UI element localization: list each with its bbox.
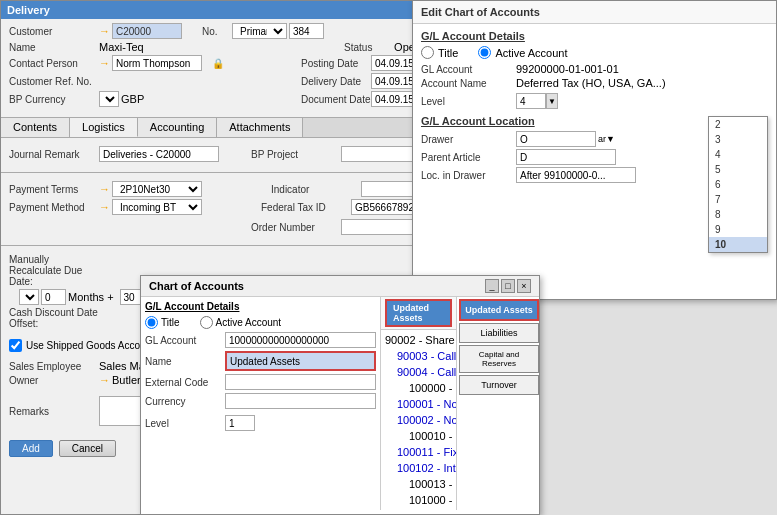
chart-gl-details-title: G/L Account Details [145, 301, 376, 312]
delivery-date-label: Delivery Date [301, 76, 371, 87]
account-tree-item[interactable]: 90004 - Called Up [385, 364, 452, 380]
active-account-radio[interactable] [478, 46, 491, 59]
level-label: Level [421, 96, 516, 107]
updated-assets-tree-badge[interactable]: Updated Assets [385, 299, 452, 327]
loc-in-drawer-input[interactable] [516, 167, 636, 183]
account-tree-item[interactable]: 101000 - Capitalised Formation Expenses [385, 492, 452, 508]
bp-currency-select[interactable] [99, 91, 119, 107]
add-button[interactable]: Add [9, 440, 53, 457]
close-button[interactable]: × [517, 279, 531, 293]
chart-currency-label: Currency [145, 396, 225, 407]
federal-tax-input[interactable] [351, 199, 421, 215]
parent-article-label: Parent Article [421, 152, 516, 163]
level-item-8[interactable]: 8 [709, 207, 767, 222]
tab-logistics[interactable]: Logistics [70, 118, 138, 137]
account-tree: 90002 - Share Capital90003 - Called Up90… [381, 330, 456, 510]
chart-name-input[interactable] [227, 353, 374, 369]
tab-contents[interactable]: Contents [1, 118, 70, 137]
chart-title-radio[interactable] [145, 316, 158, 329]
account-tree-item[interactable]: 100001 - Not Called Up [385, 396, 452, 412]
chart-active-label: Active Account [216, 317, 282, 328]
level-item-5[interactable]: 5 [709, 162, 767, 177]
federal-tax-label: Federal Tax ID [261, 202, 351, 213]
payment-terms-arrow: → [99, 183, 110, 195]
gl-account-value: 99200000-01-001-01 [516, 63, 619, 75]
account-tree-item[interactable]: 100011 - Fixed Assets [385, 444, 452, 460]
level-dropdown: 2 3 4 5 6 7 8 9 10 [708, 116, 768, 253]
payment-method-select[interactable]: Incoming BT [112, 199, 202, 215]
account-tree-item[interactable]: 100010 - Uncalled Share Capital [385, 428, 452, 444]
tab-accounting[interactable]: Accounting [138, 118, 217, 137]
contact-arrow-icon: → [99, 57, 110, 69]
account-tree-item[interactable]: 90002 - Share Capital [385, 332, 452, 348]
level-item-10[interactable]: 10 [709, 237, 767, 252]
chart-of-accounts-window: Chart of Accounts _ □ × G/L Account Deta… [140, 275, 540, 515]
right-buttons-panel: Updated Assets Liabilities Capital and R… [457, 297, 539, 510]
account-name-value: Deferred Tax (HO, USA, GA...) [516, 77, 666, 89]
order-number-input[interactable] [341, 219, 421, 235]
chart-active-radio[interactable] [200, 316, 213, 329]
level-item-2[interactable]: 2 [709, 117, 767, 132]
chart-level-input[interactable] [225, 415, 255, 431]
drawer-input[interactable] [516, 131, 596, 147]
cancel-button[interactable]: Cancel [59, 440, 116, 457]
delivery-form: Customer → No. Primary Name Maxi-Teq Sta… [1, 19, 429, 113]
capital-reserves-btn[interactable]: Capital and Reserves [459, 345, 539, 373]
loc-in-drawer-label: Loc. in Drawer [421, 170, 516, 181]
journal-remark-input[interactable] [99, 146, 219, 162]
status-label: Status [344, 42, 394, 53]
delivery-window-header: Delivery [1, 1, 429, 19]
tab-attachments[interactable]: Attachments [217, 118, 303, 137]
use-shipped-checkbox[interactable] [9, 339, 22, 352]
customer-input[interactable] [112, 23, 182, 39]
name-label: Name [9, 42, 99, 53]
owner-label: Owner [9, 375, 99, 386]
level-item-3[interactable]: 3 [709, 132, 767, 147]
payment-terms-label: Payment Terms [9, 184, 99, 195]
liabilities-btn[interactable]: Liabilities [459, 323, 539, 343]
account-tree-item[interactable]: 100000 - Called Up Capital Not Paid [385, 380, 452, 396]
level-dropdown-arrow[interactable]: ▼ [546, 93, 558, 109]
gl-account-label: GL Account [421, 64, 516, 75]
bp-project-input[interactable] [341, 146, 421, 162]
account-tree-item[interactable]: 90003 - Called Up [385, 348, 452, 364]
maximize-button[interactable]: □ [501, 279, 515, 293]
account-tree-header: Updated Assets [381, 297, 456, 330]
chart-currency-input[interactable] [225, 393, 376, 409]
no-input[interactable] [289, 23, 324, 39]
account-tree-item[interactable]: 101010 - Capitalised Business Expansion … [385, 508, 452, 510]
cash-discount-label: Cash Discount Date Offset: [9, 307, 99, 329]
contact-input[interactable] [112, 55, 202, 71]
window-controls: _ □ × [485, 279, 531, 293]
months-prefix-select[interactable] [19, 289, 39, 305]
title-radio[interactable] [421, 46, 434, 59]
chart-level-label: Level [145, 418, 225, 429]
level-item-6[interactable]: 6 [709, 177, 767, 192]
account-tree-item[interactable]: 100002 - Not Called Up [385, 412, 452, 428]
tab-bar: Contents Logistics Accounting Attachment… [1, 117, 429, 138]
no-label: No. [202, 26, 232, 37]
account-tree-panel: Updated Assets 90002 - Share Capital9000… [381, 297, 457, 510]
account-tree-item[interactable]: 100102 - Intangible Assets [385, 460, 452, 476]
turnover-btn[interactable]: Turnover [459, 375, 539, 395]
edit-chart-title: Edit Chart of Accounts [421, 6, 540, 18]
minimize-button[interactable]: _ [485, 279, 499, 293]
posting-date-label: Posting Date [301, 58, 371, 69]
payment-terms-select[interactable]: 2P10Net30 [112, 181, 202, 197]
chart-name-label: Name [145, 356, 225, 367]
account-tree-item[interactable]: 100013 - Formation Expenses [385, 476, 452, 492]
months-input[interactable] [41, 289, 66, 305]
no-type-select[interactable]: Primary [232, 23, 287, 39]
chart-external-code-input[interactable] [225, 374, 376, 390]
months-label: Months + [68, 291, 114, 303]
level-item-9[interactable]: 9 [709, 222, 767, 237]
chart-gl-account-input[interactable] [225, 332, 376, 348]
drawer-label: Drawer [421, 134, 516, 145]
level-item-7[interactable]: 7 [709, 192, 767, 207]
updated-assets-btn[interactable]: Updated Assets [459, 299, 539, 321]
level-input[interactable] [516, 93, 546, 109]
chart-external-code-label: External Code [145, 377, 225, 388]
use-shipped-label: Use Shipped Goods Account [26, 340, 154, 351]
level-item-4[interactable]: 4 [709, 147, 767, 162]
parent-article-input[interactable] [516, 149, 616, 165]
